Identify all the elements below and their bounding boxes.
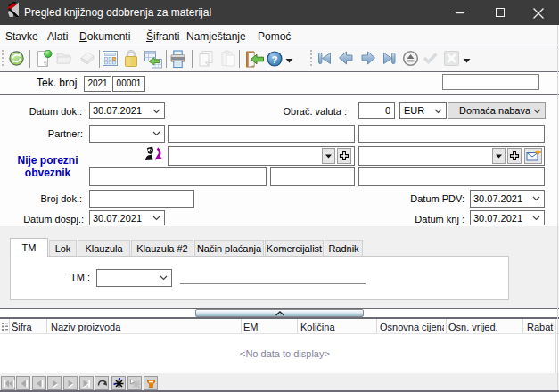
svg-text:?: ?	[271, 54, 277, 65]
